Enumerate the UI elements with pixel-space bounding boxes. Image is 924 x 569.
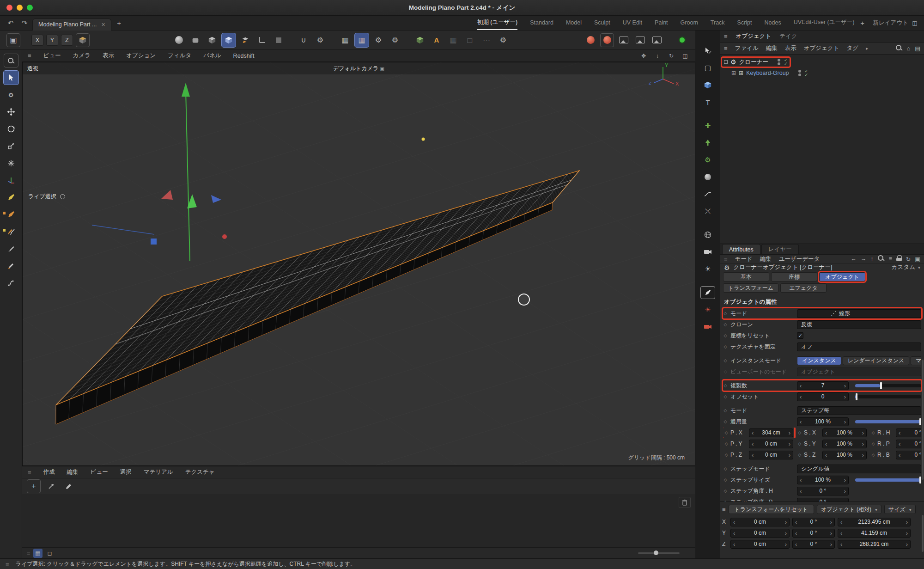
make-editable-icon[interactable] [172, 33, 186, 47]
pos-z-field[interactable]: ‹0 cm› [730, 540, 790, 549]
section-tab-transform[interactable]: トランスフォーム [723, 283, 778, 293]
workplane-mode-icon[interactable]: ⚙ [371, 33, 385, 47]
zoom-tool-icon[interactable] [4, 54, 18, 67]
instance-cube-icon[interactable] [413, 33, 427, 47]
section-tab-coordinates[interactable]: 座標 [771, 272, 817, 281]
add-material-button[interactable]: + [27, 479, 41, 493]
sketch-pen-tool-icon[interactable] [4, 208, 18, 221]
disabled-icon-2[interactable]: ◻ [463, 33, 477, 47]
section-tab-basic[interactable]: 基本 [723, 272, 769, 281]
current-state-to-object-icon[interactable] [188, 33, 202, 47]
visibility-dots-icon-2[interactable] [798, 70, 801, 76]
px-field[interactable]: ‹304 cm› [749, 428, 793, 437]
mode-dropdown[interactable]: ⋰線形 [797, 309, 921, 318]
layout-tab-paint[interactable]: Paint [655, 16, 668, 30]
pen-cube-icon[interactable] [238, 33, 252, 47]
count-slider[interactable] [855, 384, 921, 387]
sx-field[interactable]: ‹100 %› [822, 428, 867, 437]
attributes-scrollbar[interactable] [922, 360, 924, 480]
mat-menu-create[interactable]: 作成 [43, 468, 55, 476]
attr-menu-mode[interactable]: モード [735, 255, 753, 263]
layout-tab-uvedit-user[interactable]: UVEdit-User (ユーザー) [794, 16, 855, 30]
attr-search-icon[interactable] [877, 255, 884, 263]
object-mode-icon[interactable] [700, 79, 715, 92]
status-menu-icon[interactable]: ≡ [6, 561, 9, 568]
axis-plus-icon[interactable]: ✚ [700, 119, 715, 132]
sy-field[interactable]: ‹100 %› [822, 440, 867, 448]
clone-dropdown[interactable]: 反復 [797, 320, 921, 329]
om-menu-object[interactable]: オブジェクト [804, 44, 839, 52]
menu-display[interactable]: 表示 [103, 52, 114, 60]
rb-field[interactable]: ‹0 °› [896, 451, 921, 459]
pos-x-field[interactable]: ‹0 cm› [730, 518, 790, 526]
render-to-picture-viewer-icon[interactable] [600, 33, 614, 47]
workplane-axis-icon[interactable] [255, 33, 269, 47]
selection-path-icon[interactable] [700, 44, 715, 57]
pz-field[interactable]: ‹0 cm› [749, 451, 793, 459]
move-tool-icon[interactable] [4, 105, 18, 119]
step-size-field[interactable]: ‹100 %› [797, 476, 849, 484]
menu-camera[interactable]: カメラ [73, 52, 91, 60]
section-tab-effectors[interactable]: エフェクタ [780, 283, 827, 293]
menu-filter[interactable]: フィルタ [168, 52, 191, 60]
menu-options[interactable]: オプション [126, 52, 156, 60]
om-search-icon[interactable] [895, 44, 902, 53]
list-view-toggle-icon[interactable]: ◻ [45, 549, 55, 558]
om-menu-icon[interactable]: ≡ [724, 45, 728, 52]
live-selection-tool-icon[interactable] [4, 71, 18, 85]
object-label-keyboard-group[interactable]: Keyboard-Group [746, 70, 789, 76]
attr-menu-edit[interactable]: 編集 [760, 255, 772, 263]
om-filter-icon[interactable]: ▤ [915, 45, 920, 52]
spline-mode-icon[interactable] [700, 188, 715, 201]
step-angle-h-field[interactable]: ‹0 °› [797, 487, 849, 496]
om-menu-more-icon[interactable]: ▸ [866, 46, 868, 51]
new-layout-button[interactable]: 新レイアウト [873, 19, 908, 27]
disabled-icon-1[interactable]: ▦ [446, 33, 460, 47]
rh-field[interactable]: ‹0 °› [896, 428, 921, 437]
rot-z-field[interactable]: ‹0 °› [792, 540, 835, 549]
spline-pen-tool-icon[interactable] [4, 190, 18, 204]
mat-menu-edit[interactable]: 編集 [67, 468, 79, 476]
coords-size-dropdown[interactable]: サイズ▾ [884, 505, 916, 514]
new-document-tab-icon[interactable]: + [113, 18, 125, 29]
size-y-field[interactable]: ‹41.159 cm› [838, 529, 911, 538]
object-manager-menu-icon[interactable]: ≡ [724, 33, 728, 40]
layout-tab-uvedit[interactable]: UV Edit [623, 16, 642, 30]
coordinates-scrollbar[interactable] [922, 515, 924, 552]
edit-render-settings-icon[interactable] [617, 33, 631, 47]
materials-menu-icon[interactable]: ≡ [28, 469, 31, 476]
toggle-views-icon[interactable]: ◫ [681, 51, 690, 61]
object-row-keyboard-group[interactable]: ⊞ ⊞ Keyboard-Group ✓✓ [720, 67, 924, 79]
menu-view[interactable]: ビュー [43, 52, 61, 60]
grid-snap-icon[interactable]: ▦ [338, 33, 352, 47]
eyedropper-icon[interactable] [62, 479, 76, 493]
document-tab[interactable]: Modeling Piano Part ... × [32, 18, 111, 31]
settings-gear-icon[interactable]: ⚙ [496, 33, 510, 47]
axis-tool-icon[interactable] [4, 173, 18, 187]
offset-field[interactable]: ‹0› [797, 392, 849, 401]
model-mode-icon[interactable]: ▢ [700, 61, 715, 74]
layout-panel-icon[interactable]: ◫ [910, 18, 919, 28]
om-menu-edit[interactable]: 編集 [766, 44, 778, 52]
pan-view-icon[interactable]: ✥ [639, 51, 648, 61]
enable-checks-icon-2[interactable]: ✓✓ [805, 69, 808, 77]
tab-takes[interactable]: テイク [779, 32, 797, 40]
close-tab-icon[interactable]: × [101, 21, 105, 28]
redo-icon[interactable]: ↷ [18, 18, 30, 29]
mat-menu-texture[interactable]: テクスチャ [185, 468, 215, 476]
attr-newwin-icon[interactable]: ▣ [915, 256, 920, 263]
instance-mode-multi-button[interactable]: マル [911, 356, 921, 365]
add-layout-icon[interactable]: + [857, 18, 869, 29]
om-menu-file[interactable]: ファイル [735, 44, 759, 52]
more-dots-icon[interactable]: ⋯ [480, 33, 493, 47]
size-x-field[interactable]: ‹2123.495 cm› [838, 518, 911, 526]
layout-tab-nodes[interactable]: Nodes [765, 16, 781, 30]
camera-label[interactable]: デフォルトカメラ ▣ [23, 65, 695, 73]
step-mode2-dropdown[interactable]: シングル値 [797, 465, 921, 473]
reset-coords-checkbox[interactable]: ✓ [797, 332, 803, 339]
rot-y-field[interactable]: ‹0 °› [792, 529, 835, 538]
light-icon[interactable]: ☀ [700, 263, 715, 275]
pan-arrows-tool-icon[interactable] [4, 156, 18, 170]
tree-icon[interactable] [700, 136, 715, 149]
snap-magnet-icon[interactable]: ∪ [297, 33, 310, 47]
